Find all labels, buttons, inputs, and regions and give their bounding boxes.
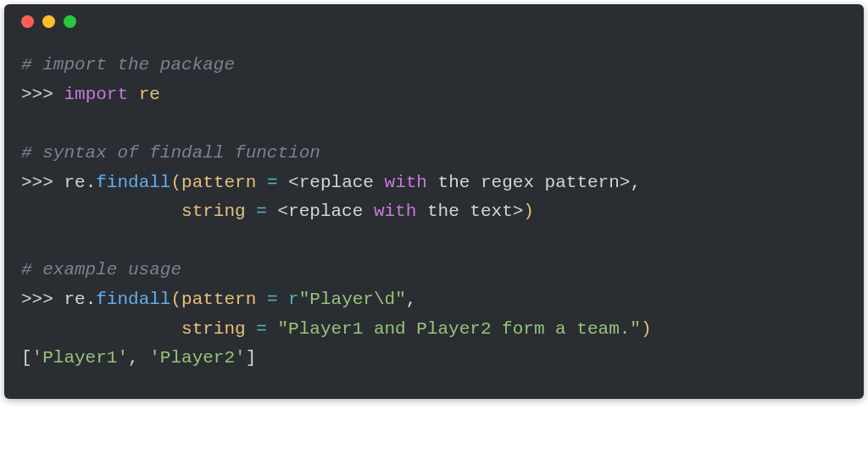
paren: ) <box>641 319 652 339</box>
repl-prompt: >>> <box>21 290 64 309</box>
paren: ( <box>170 290 181 309</box>
angle-close: > <box>620 173 631 192</box>
maximize-icon[interactable] <box>64 15 76 28</box>
titlebar <box>4 4 864 38</box>
placeholder-text: the text <box>416 202 512 221</box>
output-string: 'Player1' <box>32 348 128 368</box>
comment-line: # example usage <box>21 260 181 279</box>
param-name: string <box>181 319 246 339</box>
minimize-icon[interactable] <box>42 15 55 28</box>
comment-line: # syntax of findall function <box>21 143 320 163</box>
equals: = <box>256 290 288 309</box>
placeholder-text: replace <box>299 173 385 192</box>
indent <box>21 202 181 221</box>
angle-close: > <box>513 202 524 221</box>
output-bracket: [ <box>21 348 32 368</box>
comma: , <box>406 290 417 309</box>
placeholder-keyword: with <box>374 202 416 221</box>
dot: . <box>86 173 97 192</box>
dot: . <box>86 290 97 309</box>
param-name: string <box>181 202 246 221</box>
placeholder-text: replace <box>288 202 374 221</box>
code-window: # import the package >>> import re # syn… <box>4 4 864 399</box>
placeholder-text: the regex pattern <box>427 173 620 192</box>
code-block: # import the package >>> import re # syn… <box>4 38 864 399</box>
identifier: re <box>64 290 85 309</box>
function-name: findall <box>96 290 170 309</box>
keyword-import: import <box>64 85 128 104</box>
equals: = <box>246 202 278 221</box>
paren: ( <box>170 173 181 192</box>
string-literal: "Player\d" <box>299 290 406 309</box>
string-literal: "Player1 and Player2 form a team." <box>277 319 640 339</box>
param-name: pattern <box>181 290 256 309</box>
placeholder-keyword: with <box>385 173 427 192</box>
repl-prompt: >>> <box>21 85 64 104</box>
indent <box>21 319 181 339</box>
param-name: pattern <box>181 173 256 192</box>
paren: ) <box>523 202 534 221</box>
identifier: re <box>64 173 85 192</box>
comma: , <box>630 173 641 192</box>
equals: = <box>246 319 278 339</box>
module-name: re <box>139 85 160 104</box>
equals: = <box>256 173 288 192</box>
output-comma: , <box>128 348 149 368</box>
output-bracket: ] <box>246 348 257 368</box>
function-name: findall <box>96 173 170 192</box>
close-icon[interactable] <box>21 15 34 28</box>
angle-open: < <box>288 173 299 192</box>
raw-prefix: r <box>288 290 299 309</box>
repl-prompt: >>> <box>21 173 64 192</box>
angle-open: < <box>277 202 288 221</box>
comment-line: # import the package <box>21 55 235 75</box>
output-string: 'Player2' <box>149 348 245 368</box>
